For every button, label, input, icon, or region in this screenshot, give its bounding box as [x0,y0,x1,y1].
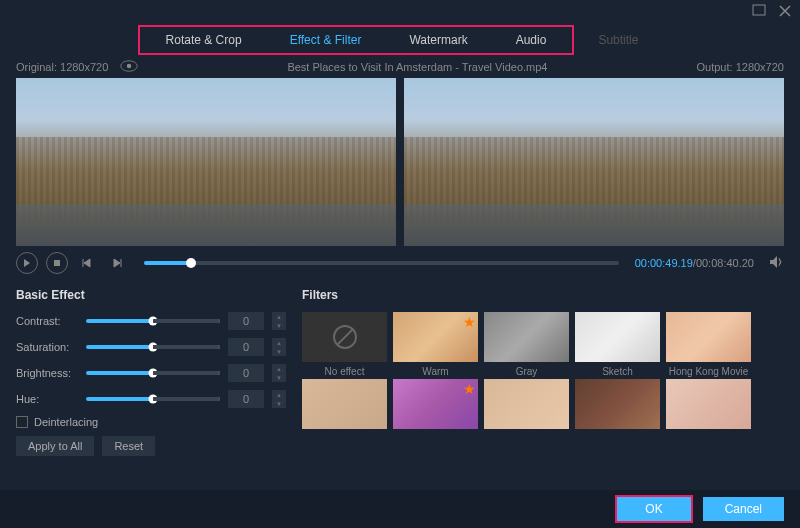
filter-label: Gray [484,366,569,377]
hue-down[interactable]: ▼ [272,399,286,408]
saturation-down[interactable]: ▼ [272,347,286,356]
contrast-down[interactable]: ▼ [272,321,286,330]
svg-rect-0 [753,5,765,15]
tabs-highlight: Rotate & Crop Effect & Filter Watermark … [138,25,575,55]
hue-slider[interactable] [86,397,220,401]
brightness-label: Brightness: [16,367,78,379]
minimize-icon[interactable] [752,4,766,20]
filters-panel: Filters No effect ★ Warm Gray Sketch [302,288,784,456]
filename: Best Places to Visit In Amsterdam - Trav… [287,61,547,73]
hue-up[interactable]: ▲ [272,390,286,399]
play-button[interactable] [16,252,38,274]
deinterlacing-checkbox[interactable] [16,416,28,428]
prev-button[interactable] [76,252,98,274]
basic-effect-panel: Basic Effect Contrast: 0 ▲▼ Saturation: … [16,288,286,456]
brightness-down[interactable]: ▼ [272,373,286,382]
filter-warm[interactable]: ★ [393,312,478,362]
contrast-slider[interactable] [86,319,220,323]
brightness-up[interactable]: ▲ [272,364,286,373]
filter-row2-3[interactable] [484,379,569,429]
contrast-label: Contrast: [16,315,78,327]
tab-rotate-crop[interactable]: Rotate & Crop [142,29,266,51]
eye-icon[interactable] [120,60,138,74]
ok-button[interactable]: OK [615,495,692,523]
tabs-bar: Rotate & Crop Effect & Filter Watermark … [0,24,800,56]
filter-sketch[interactable] [575,312,660,362]
filter-row2-1[interactable] [302,379,387,429]
svg-point-2 [127,64,132,69]
filter-no-effect[interactable] [302,312,387,362]
deinterlacing-label: Deinterlacing [34,416,98,428]
tab-subtitle: Subtitle [574,29,662,51]
filter-label: Hong Kong Movie [666,366,751,377]
next-button[interactable] [106,252,128,274]
tab-watermark[interactable]: Watermark [385,29,491,51]
output-res: Output: 1280x720 [697,61,784,73]
filter-label: Sketch [575,366,660,377]
tab-effect-filter[interactable]: Effect & Filter [266,29,386,51]
saturation-slider[interactable] [86,345,220,349]
volume-icon[interactable] [762,254,784,272]
saturation-up[interactable]: ▲ [272,338,286,347]
stop-button[interactable] [46,252,68,274]
time-display: 00:00:49.19/00:08:40.20 [635,257,754,269]
saturation-value: 0 [228,338,264,356]
player-controls: 00:00:49.19/00:08:40.20 [0,246,800,280]
tab-audio[interactable]: Audio [492,29,571,51]
contrast-up[interactable]: ▲ [272,312,286,321]
contrast-value: 0 [228,312,264,330]
filter-row2-5[interactable] [666,379,751,429]
filter-label: No effect [302,366,387,377]
timeline[interactable] [144,261,619,265]
filter-row2-2[interactable]: ★ [393,379,478,429]
brightness-value: 0 [228,364,264,382]
svg-line-5 [337,329,353,345]
star-icon: ★ [463,314,476,330]
timeline-thumb[interactable] [186,258,196,268]
preview-original [16,78,396,246]
close-icon[interactable] [778,4,792,20]
info-row: Original: 1280x720 Best Places to Visit … [0,56,800,78]
hue-value: 0 [228,390,264,408]
reset-button[interactable]: Reset [102,436,155,456]
footer: OK Cancel [0,490,800,528]
filter-hongkong[interactable] [666,312,751,362]
basic-effect-title: Basic Effect [16,288,286,302]
saturation-label: Saturation: [16,341,78,353]
preview-output [404,78,784,246]
star-icon: ★ [463,381,476,397]
filter-label: Warm [393,366,478,377]
svg-rect-3 [54,260,60,266]
hue-label: Hue: [16,393,78,405]
original-res: Original: 1280x720 [16,61,108,73]
filters-title: Filters [302,288,784,302]
cancel-button[interactable]: Cancel [703,497,784,521]
apply-all-button[interactable]: Apply to All [16,436,94,456]
filter-row2-4[interactable] [575,379,660,429]
filter-gray[interactable] [484,312,569,362]
brightness-slider[interactable] [86,371,220,375]
